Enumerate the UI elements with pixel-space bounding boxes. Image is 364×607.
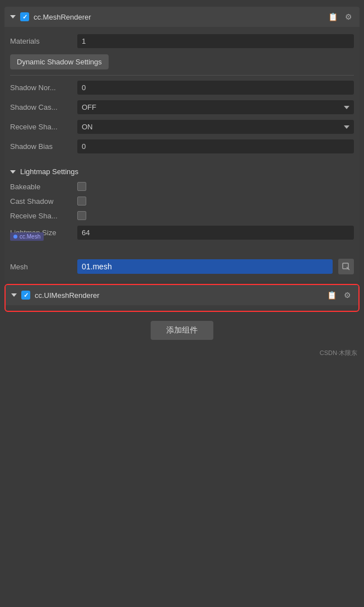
bakeable-row: Bakeable [10, 179, 354, 194]
shadow-normal-value [77, 81, 354, 95]
shadow-bias-value [77, 139, 354, 153]
materials-label: Materials [10, 37, 72, 45]
bakeable-checkbox[interactable] [77, 182, 86, 191]
ui-mesh-renderer-header[interactable]: cc.UIMeshRenderer 📋 ⚙ [6, 285, 358, 305]
mesh-renderer-icons: 📋 ⚙ [327, 11, 354, 22]
dynamic-shadow-btn-row: Dynamic Shadow Settings [10, 51, 354, 73]
mesh-input[interactable] [77, 259, 333, 274]
mesh-select-button[interactable] [338, 259, 354, 274]
shadow-normal-row: Shadow Nor... [10, 78, 354, 97]
lm-receive-shadow-label: Receive Sha... [10, 212, 72, 220]
mesh-renderer-enabled-checkbox[interactable] [20, 12, 29, 21]
shadow-bias-label: Shadow Bias [10, 142, 72, 151]
ui-mesh-renderer-enabled-checkbox[interactable] [21, 291, 30, 300]
add-component-button[interactable]: 添加组件 [151, 321, 213, 340]
receive-shadow-text: ON [82, 123, 93, 131]
mesh-tag-text: cc.Mesh [20, 234, 40, 240]
mesh-renderer-title: cc.MeshRenderer [34, 13, 323, 21]
lightmap-chevron-icon [10, 170, 16, 174]
shadow-normal-input[interactable] [77, 81, 354, 95]
mesh-row: Mesh [10, 256, 354, 277]
chevron-down-icon [10, 15, 16, 18]
gear-icon[interactable]: ⚙ [343, 11, 354, 22]
mesh-tag-dot-icon [13, 235, 17, 239]
mesh-renderer-section: cc.MeshRenderer 📋 ⚙ Materials Dynamic Sh… [4, 7, 360, 282]
mesh-renderer-header[interactable]: cc.MeshRenderer 📋 ⚙ [4, 7, 360, 27]
ui-mesh-renderer-section: cc.UIMeshRenderer 📋 ⚙ [4, 284, 360, 312]
copy-icon[interactable]: 📋 [327, 11, 338, 22]
shadow-normal-label: Shadow Nor... [10, 83, 72, 92]
lightmap-settings-header[interactable]: Lightmap Settings [10, 163, 354, 179]
mesh-renderer-body: Materials Dynamic Shadow Settings Shadow… [4, 27, 360, 282]
watermark: CSDN·木限东 [0, 347, 364, 359]
shadow-cast-text: OFF [82, 103, 96, 111]
dynamic-shadow-button[interactable]: Dynamic Shadow Settings [10, 54, 109, 69]
lightmap-size-input[interactable] [77, 226, 354, 240]
ui-gear-icon[interactable]: ⚙ [342, 290, 353, 301]
lightmap-size-value [77, 226, 354, 240]
shadow-fields: Shadow Nor... Shadow Cas... OFF [10, 78, 354, 156]
shadow-bias-row: Shadow Bias [10, 137, 354, 156]
receive-shadow-arrow-icon [344, 125, 349, 129]
ui-mesh-renderer-icons: 📋 ⚙ [326, 290, 353, 301]
cast-shadow-label: Cast Shadow [10, 197, 72, 206]
divider-1 [10, 75, 354, 76]
add-component-area: 添加组件 [0, 314, 364, 347]
lm-receive-shadow-row: Receive Sha... [10, 208, 354, 223]
mesh-label: Mesh [10, 263, 72, 271]
receive-shadow-row: Receive Sha... ON [10, 117, 354, 137]
materials-value [77, 34, 354, 48]
spacer [10, 156, 354, 163]
shadow-bias-input[interactable] [77, 139, 354, 153]
mesh-input-container [77, 259, 333, 274]
shadow-cast-dropdown[interactable]: OFF [77, 100, 354, 114]
materials-input[interactable] [77, 34, 354, 48]
ui-copy-icon[interactable]: 📋 [326, 290, 337, 301]
shadow-cast-label: Shadow Cas... [10, 103, 72, 111]
cast-shadow-checkbox[interactable] [77, 197, 86, 206]
mesh-tag-spacer: cc.Mesh [10, 242, 354, 256]
receive-shadow-dropdown[interactable]: ON [77, 120, 354, 134]
bakeable-value [77, 182, 354, 191]
shadow-cast-arrow-icon [344, 106, 349, 109]
cast-shadow-value [77, 197, 354, 206]
lightmap-body: Bakeable Cast Shadow Receive Sha... [10, 179, 354, 242]
ui-mesh-renderer-title: cc.UIMeshRenderer [35, 291, 321, 300]
mesh-select-icon [342, 263, 350, 270]
lm-receive-shadow-value [77, 211, 354, 220]
cast-shadow-row: Cast Shadow [10, 194, 354, 208]
mesh-tag: cc.Mesh [10, 232, 44, 241]
shadow-cast-value: OFF [77, 100, 354, 114]
receive-shadow-label: Receive Sha... [10, 123, 72, 131]
shadow-cast-row: Shadow Cas... OFF [10, 97, 354, 117]
lm-receive-shadow-checkbox[interactable] [77, 211, 86, 220]
lightmap-size-row: Lightmap Size [10, 223, 354, 242]
materials-row: Materials [10, 31, 354, 51]
ui-mesh-renderer-chevron-icon [11, 293, 17, 297]
bakeable-label: Bakeable [10, 183, 72, 191]
lightmap-title: Lightmap Settings [20, 167, 78, 176]
receive-shadow-value: ON [77, 120, 354, 134]
ui-mesh-renderer-body [6, 305, 358, 311]
panel: cc.MeshRenderer 📋 ⚙ Materials Dynamic Sh… [0, 0, 364, 364]
